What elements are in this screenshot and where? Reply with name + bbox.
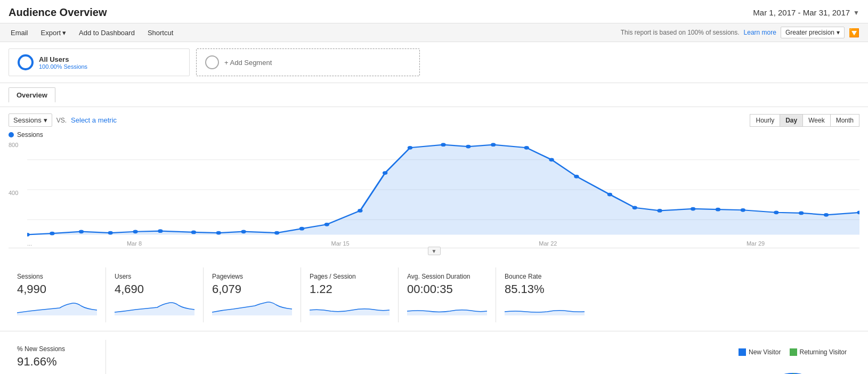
chart-legend: Sessions bbox=[9, 131, 859, 139]
svg-point-24 bbox=[607, 193, 612, 197]
svg-point-26 bbox=[657, 209, 662, 213]
time-month-button[interactable]: Month bbox=[831, 114, 859, 127]
metric-dropdown[interactable]: Sessions ▾ bbox=[9, 113, 52, 127]
chart-section: Sessions ▾ VS. Select a metric Hourly Da… bbox=[0, 107, 868, 248]
precision-button[interactable]: Greater precision ▾ bbox=[781, 27, 845, 38]
shortcut-button[interactable]: Shortcut bbox=[145, 28, 175, 38]
svg-point-32 bbox=[824, 213, 829, 217]
time-day-button[interactable]: Day bbox=[780, 114, 803, 127]
svg-point-14 bbox=[325, 223, 329, 226]
mini-chart-bounce-rate bbox=[505, 299, 585, 315]
pie-legend-new: New Visitor bbox=[739, 348, 781, 356]
x-label-mar22: Mar 22 bbox=[539, 240, 557, 247]
export-button[interactable]: Export ▾ bbox=[39, 28, 69, 38]
report-info-text: This report is based on 100% of sessions… bbox=[621, 29, 740, 36]
tab-overview[interactable]: Overview bbox=[9, 87, 55, 102]
svg-point-19 bbox=[466, 145, 470, 149]
segment-info: All Users 100.00% Sessions bbox=[39, 55, 87, 70]
metric-pages-session: Pages / Session 1.22 bbox=[301, 267, 399, 322]
svg-point-16 bbox=[383, 171, 387, 175]
chart-svg bbox=[27, 142, 859, 238]
add-segment-card[interactable]: + Add Segment bbox=[196, 48, 420, 76]
chart-controls: Sessions ▾ VS. Select a metric Hourly Da… bbox=[9, 113, 859, 127]
metric-dropdown-icon: ▾ bbox=[44, 116, 47, 124]
metric-label-bounce-rate: Bounce Rate bbox=[505, 273, 585, 280]
funnel-icon[interactable]: 🔽 bbox=[849, 28, 859, 38]
pie-svg bbox=[745, 362, 841, 374]
metric-pageviews: Pageviews 6,079 bbox=[204, 267, 301, 322]
add-to-dashboard-button[interactable]: Add to Dashboard bbox=[77, 28, 137, 38]
date-range-text: Mar 1, 2017 - Mar 31, 2017 bbox=[753, 8, 850, 17]
x-label-0: ... bbox=[27, 240, 32, 247]
date-range-arrow-icon: ▼ bbox=[853, 9, 859, 17]
svg-point-29 bbox=[741, 208, 745, 212]
svg-point-10 bbox=[216, 231, 221, 235]
date-range-selector[interactable]: Mar 1, 2017 - Mar 31, 2017 ▼ bbox=[753, 8, 859, 17]
svg-point-8 bbox=[158, 229, 163, 233]
svg-point-15 bbox=[358, 209, 362, 213]
y-label-top: 800 bbox=[9, 142, 27, 148]
metric-label-users: Users bbox=[115, 273, 194, 280]
metric-value-users: 4,690 bbox=[115, 282, 194, 296]
metric-bounce-rate: Bounce Rate 85.13% bbox=[496, 267, 593, 322]
metric-value-avg-session: 00:00:35 bbox=[407, 282, 487, 296]
metric-label-sessions: Sessions bbox=[17, 273, 97, 280]
metric-selector: Sessions ▾ VS. Select a metric bbox=[9, 113, 117, 127]
chart-expand-button[interactable]: ▼ bbox=[428, 247, 441, 255]
new-sessions-card: % New Sessions 91.66% bbox=[9, 340, 106, 374]
svg-point-27 bbox=[691, 207, 695, 211]
svg-point-3 bbox=[27, 233, 30, 237]
chart-y-labels: 800 400 bbox=[9, 142, 27, 237]
chart-area: 800 400 bbox=[9, 142, 859, 248]
svg-point-4 bbox=[50, 232, 54, 235]
svg-point-11 bbox=[241, 230, 246, 233]
svg-point-5 bbox=[79, 230, 84, 233]
page-title: Audience Overview bbox=[9, 6, 107, 19]
x-label-mar8: Mar 8 bbox=[127, 240, 142, 247]
metric-value-bounce-rate: 85.13% bbox=[505, 282, 585, 296]
learn-more-link[interactable]: Learn more bbox=[744, 29, 776, 36]
mini-chart-pages-session bbox=[310, 299, 390, 315]
pie-section: New Visitor Returning Visitor bbox=[726, 340, 859, 374]
svg-point-20 bbox=[491, 143, 496, 147]
metric-label-pages-session: Pages / Session bbox=[310, 273, 390, 280]
svg-point-21 bbox=[524, 146, 529, 150]
svg-point-17 bbox=[408, 146, 412, 150]
export-dropdown-icon: ▾ bbox=[62, 29, 66, 37]
svg-point-30 bbox=[774, 210, 778, 214]
mini-chart-sessions bbox=[17, 299, 97, 315]
mini-chart-users bbox=[115, 299, 194, 315]
overview-tab-area: Overview bbox=[0, 83, 868, 107]
metrics-grid: Sessions 4,990 Users 4,690 Pageviews 6,0… bbox=[0, 259, 868, 331]
segment-name: All Users bbox=[39, 55, 87, 63]
pie-legend-returning: Returning Visitor bbox=[790, 348, 847, 356]
add-segment-label: + Add Segment bbox=[224, 59, 272, 67]
new-visitor-color bbox=[739, 348, 746, 356]
y-label-mid: 400 bbox=[9, 190, 27, 196]
time-buttons: Hourly Day Week Month bbox=[750, 114, 859, 127]
pie-chart-container: 8.3% 91.7% bbox=[745, 362, 841, 374]
time-week-button[interactable]: Week bbox=[803, 114, 830, 127]
chart-x-labels: ... Mar 8 Mar 15 Mar 22 Mar 29 bbox=[27, 239, 859, 248]
metric-label-avg-session: Avg. Session Duration bbox=[407, 273, 487, 280]
svg-point-12 bbox=[274, 231, 279, 235]
metric-label-pageviews: Pageviews bbox=[212, 273, 292, 280]
metric-users: Users 4,690 bbox=[106, 267, 204, 322]
metric-avg-session: Avg. Session Duration 00:00:35 bbox=[399, 267, 496, 322]
email-button[interactable]: Email bbox=[9, 28, 30, 38]
select-metric-link[interactable]: Select a metric bbox=[71, 116, 117, 124]
segment-icon bbox=[18, 54, 34, 70]
toolbar-left: Email Export ▾ Add to Dashboard Shortcut bbox=[9, 28, 175, 38]
svg-point-6 bbox=[108, 231, 113, 235]
metric-sessions: Sessions 4,990 bbox=[9, 267, 106, 322]
segments-area: All Users 100.00% Sessions + Add Segment bbox=[0, 42, 868, 83]
precision-dropdown-icon: ▾ bbox=[837, 29, 840, 36]
svg-point-13 bbox=[299, 227, 304, 231]
vs-label: VS. bbox=[56, 117, 67, 124]
pie-legend: New Visitor Returning Visitor bbox=[739, 348, 847, 356]
svg-point-18 bbox=[441, 143, 445, 147]
metric-value-pages-session: 1.22 bbox=[310, 282, 390, 296]
toolbar: Email Export ▾ Add to Dashboard Shortcut… bbox=[0, 23, 868, 42]
new-visitor-label: New Visitor bbox=[749, 348, 781, 356]
time-hourly-button[interactable]: Hourly bbox=[750, 114, 780, 127]
